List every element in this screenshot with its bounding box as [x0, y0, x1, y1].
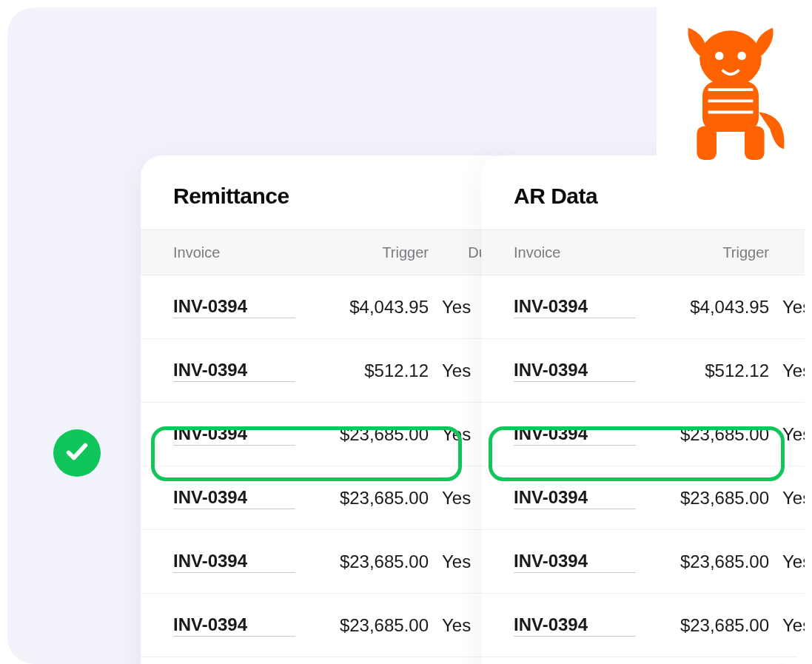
trigger-cell: $23,685.00 [295, 424, 429, 445]
trigger-cell: $23,685.00 [636, 424, 769, 445]
trigger-cell: $512.12 [636, 360, 769, 381]
invoice-cell: INV-0394 [173, 614, 295, 637]
due-cell: Yes [769, 424, 805, 445]
trigger-cell: $4,043.95 [636, 297, 769, 318]
check-icon [64, 439, 90, 467]
invoice-cell: INV-0394 [514, 423, 636, 446]
trigger-cell: $23,685.00 [636, 488, 769, 509]
svg-point-5 [738, 52, 746, 60]
svg-rect-2 [697, 127, 717, 161]
due-cell: Yes [769, 615, 805, 636]
table-row[interactable]: INV-0394 $4,043.95 Yes [141, 275, 511, 339]
svg-rect-3 [745, 127, 765, 161]
svg-point-0 [699, 30, 762, 87]
trigger-cell: $23,685.00 [295, 615, 429, 636]
invoice-cell: INV-0394 [514, 551, 636, 573]
invoice-cell: INV-0394 [173, 423, 295, 446]
due-cell: Yes [769, 360, 805, 381]
table-row[interactable]: INV-0394 $23,685.00 Yes [481, 466, 805, 530]
trigger-cell: $4,043.95 [295, 297, 429, 318]
trigger-cell: $23,685.00 [295, 551, 429, 572]
due-cell: Yes [769, 297, 805, 318]
col-header-trigger: Trigger [295, 244, 429, 261]
invoice-cell: INV-0394 [514, 487, 636, 509]
invoice-cell: INV-0394 [173, 551, 295, 573]
table-row[interactable]: INV-0394 $512.12 Yes [141, 339, 511, 403]
lion-icon [660, 13, 801, 172]
table-row[interactable]: INV-0394 $23,685.00 Yes [141, 403, 511, 466]
table-row[interactable]: INV-0394 $23,685.00 Yes [141, 530, 511, 594]
table-row[interactable]: INV-0394 $512.12 Yes [481, 339, 805, 403]
trigger-cell: $23,685.00 [295, 488, 429, 509]
invoice-cell: INV-0394 [514, 614, 636, 637]
col-header-due: Due [769, 244, 805, 261]
invoice-cell: INV-0394 [514, 296, 636, 318]
table-row[interactable]: INV-0394 $23,685.00 Yes [141, 594, 511, 657]
invoice-cell: INV-0394 [173, 296, 295, 318]
brand-logo [657, 7, 805, 178]
due-cell: Yes [769, 488, 805, 509]
table-row[interactable]: INV-0394 $23,685.00 Yes [141, 466, 511, 530]
remittance-header-row: Invoice Trigger Due [141, 229, 511, 275]
due-cell: Yes [769, 551, 805, 572]
table-row[interactable]: INV-0394 $4,043.95 Yes [481, 275, 805, 339]
col-header-invoice: Invoice [514, 244, 636, 261]
invoice-cell: INV-0394 [173, 487, 295, 509]
table-row[interactable]: INV-0394 $23,685.00 Yes [481, 594, 805, 657]
match-status-badge [53, 429, 101, 477]
svg-point-4 [715, 52, 723, 60]
trigger-cell: $23,685.00 [636, 551, 769, 572]
remittance-card: Remittance Invoice Trigger Due INV-0394 … [141, 155, 511, 664]
trigger-cell: $23,685.00 [636, 615, 769, 636]
canvas: Remittance Invoice Trigger Due INV-0394 … [7, 7, 805, 664]
ar-header-row: Invoice Trigger Due [481, 229, 805, 275]
table-row[interactable]: INV-0394 $23,685.00 Yes [481, 403, 805, 466]
table-row[interactable]: INV-0394 $23,685.00 Yes [481, 530, 805, 594]
remittance-title: Remittance [141, 155, 511, 229]
invoice-cell: INV-0394 [173, 360, 295, 382]
ar-data-card: AR Data Invoice Trigger Due INV-0394 $4,… [481, 155, 805, 664]
invoice-cell: INV-0394 [514, 360, 636, 382]
col-header-invoice: Invoice [173, 244, 295, 261]
trigger-cell: $512.12 [295, 360, 429, 381]
col-header-trigger: Trigger [636, 244, 769, 261]
